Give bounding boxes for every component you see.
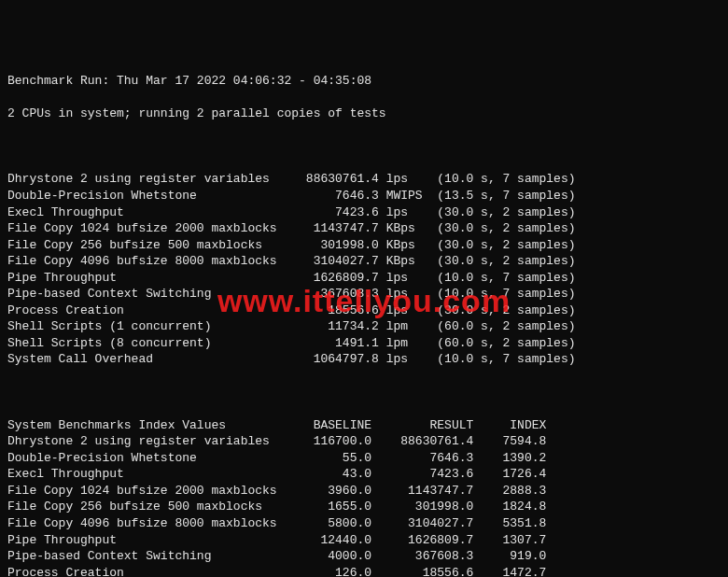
benchmark-run-line: Benchmark Run: Thu Mar 17 2022 04:06:32 … (7, 73, 721, 90)
index-row: Execl Throughput 43.0 7423.6 1726.4 (7, 466, 721, 483)
result-row: File Copy 4096 bufsize 8000 maxblocks 31… (7, 253, 721, 270)
result-row: Double-Precision Whetstone 7646.3 MWIPS … (7, 188, 721, 204)
index-table: System Benchmarks Index Values BASELINE … (7, 417, 721, 577)
result-row: File Copy 256 bufsize 500 maxblocks 3019… (7, 237, 721, 254)
results-table: Dhrystone 2 using register variables 886… (7, 171, 721, 368)
blank (7, 385, 721, 401)
index-row: Process Creation 126.0 18556.6 1472.7 (7, 565, 721, 577)
index-row: Pipe Throughput 12440.0 1626809.7 1307.7 (7, 532, 721, 549)
result-row: Pipe Throughput 1626809.7 lps (10.0 s, 7… (7, 270, 721, 287)
blank (7, 138, 721, 155)
result-row: Pipe-based Context Switching 367608.3 lp… (7, 286, 721, 303)
index-row: File Copy 4096 bufsize 8000 maxblocks 58… (7, 515, 721, 532)
result-row: Execl Throughput 7423.6 lps (30.0 s, 2 s… (7, 204, 721, 221)
index-header: System Benchmarks Index Values BASELINE … (7, 417, 721, 434)
result-row: Process Creation 18556.6 lps (30.0 s, 2 … (7, 303, 721, 319)
result-row: Dhrystone 2 using register variables 886… (7, 171, 721, 188)
index-row: Pipe-based Context Switching 4000.0 3676… (7, 548, 721, 565)
result-row: Shell Scripts (1 concurrent) 11734.2 lpm… (7, 318, 721, 335)
result-row: System Call Overhead 1064797.8 lps (10.0… (7, 351, 721, 368)
result-row: Shell Scripts (8 concurrent) 1491.1 lpm … (7, 335, 721, 352)
result-row: File Copy 1024 bufsize 2000 maxblocks 11… (7, 220, 721, 237)
index-row: File Copy 256 bufsize 500 maxblocks 1655… (7, 499, 721, 515)
index-row: Dhrystone 2 using register variables 116… (7, 433, 721, 450)
index-row: File Copy 1024 bufsize 2000 maxblocks 39… (7, 483, 721, 500)
index-row: Double-Precision Whetstone 55.0 7646.3 1… (7, 450, 721, 467)
cpu-info-line: 2 CPUs in system; running 2 parallel cop… (7, 106, 721, 122)
